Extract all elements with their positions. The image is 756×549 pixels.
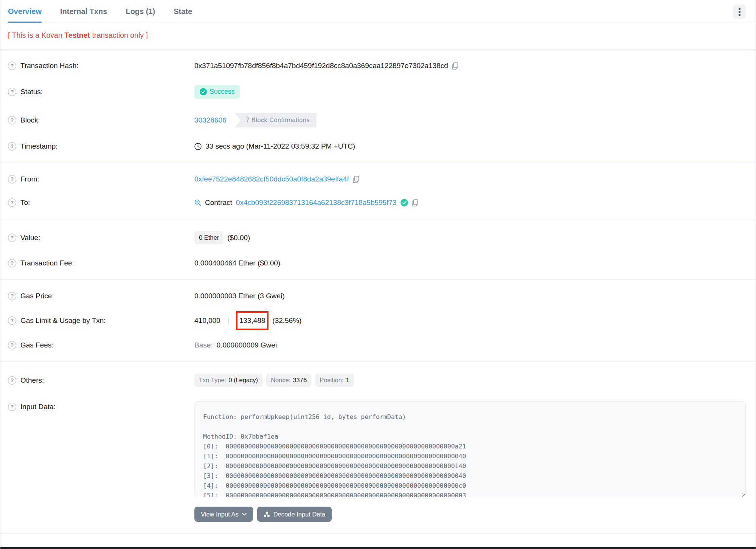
section-others-input: ? Others: Txn Type:0 (Legacy) Nonce:3376… — [0, 362, 756, 534]
to-label: To: — [20, 199, 30, 207]
bottom-edge-bar — [0, 547, 756, 549]
help-icon[interactable]: ? — [8, 116, 16, 124]
input-data-label: Input Data: — [20, 403, 56, 411]
footer-spacer — [0, 534, 756, 547]
tab-state[interactable]: State — [174, 0, 192, 23]
timestamp-label: Timestamp: — [20, 142, 58, 150]
help-icon[interactable]: ? — [8, 88, 16, 96]
help-icon[interactable]: ? — [8, 376, 16, 385]
input-data-label-group: ? Input Data: — [8, 401, 194, 411]
value-label-group: ? Value: — [8, 234, 194, 242]
status-badge: Success — [194, 85, 240, 99]
verified-contract-icon — [401, 199, 408, 206]
copy-icon — [452, 62, 458, 70]
help-icon[interactable]: ? — [8, 142, 16, 150]
tab-bar: Overview Internal Txns Logs (1) State — [0, 0, 756, 23]
transaction-hash-label-group: ? Transaction Hash: — [8, 62, 194, 70]
section-overview-top: ? Transaction Hash: 0x371a51097fb78df856… — [0, 50, 756, 163]
position-badge: Position:1 — [315, 374, 354, 387]
gas-limit-label-group: ? Gas Limit & Usage by Txn: — [8, 316, 194, 325]
view-input-as-button[interactable]: View Input As — [194, 507, 253, 522]
from-label-group: ? From: — [8, 175, 194, 183]
clock-icon — [194, 143, 202, 150]
row-value: ? Value: 0 Ether ($0.00) — [8, 224, 746, 251]
gas-price-label-group: ? Gas Price: — [8, 292, 194, 300]
row-transaction-fee: ? Transaction Fee: 0.000400464 Ether ($0… — [8, 251, 746, 275]
transaction-fee-value: 0.000400464 Ether ($0.00) — [194, 259, 280, 267]
kebab-menu-icon — [739, 8, 740, 16]
timestamp-label-group: ? Timestamp: — [8, 142, 194, 150]
chevron-down-icon — [242, 513, 247, 516]
help-icon[interactable]: ? — [8, 259, 16, 267]
value-usd: ($0.00) — [227, 234, 250, 242]
from-label: From: — [20, 175, 39, 183]
row-block: ? Block: 30328606 7 Block Confirmations — [8, 106, 746, 135]
copy-icon — [412, 199, 418, 206]
gas-price-value: 0.000000003 Ether (3 Gwei) — [194, 292, 285, 300]
help-icon[interactable]: ? — [8, 316, 16, 325]
row-timestamp: ? Timestamp: 33 secs ago (Mar-11-2022 03… — [8, 135, 746, 158]
block-number-link[interactable]: 30328606 — [194, 116, 227, 124]
row-gas-fees: ? Gas Fees: Base: 0.000000009 Gwei — [8, 333, 746, 357]
nonce-badge: Nonce:3376 — [266, 374, 311, 387]
help-icon[interactable]: ? — [8, 62, 16, 70]
gas-limit-label: Gas Limit & Usage by Txn: — [20, 316, 106, 325]
help-icon[interactable]: ? — [8, 292, 16, 300]
row-status: ? Status: Success — [8, 78, 746, 106]
section-gas: ? Gas Price: 0.000000003 Ether (3 Gwei) … — [0, 280, 756, 362]
transaction-hash-label: Transaction Hash: — [20, 62, 78, 70]
others-label-group: ? Others: — [8, 376, 194, 385]
status-label: Status: — [20, 88, 43, 96]
gas-limit-value: 410,000 — [194, 316, 220, 325]
from-address-link[interactable]: 0xfee7522e8482682cf50ddc50a0f8da2a39effa… — [194, 175, 349, 183]
copy-icon — [353, 176, 359, 183]
copy-to-address-button[interactable] — [412, 199, 418, 206]
gas-fees-label: Gas Fees: — [20, 341, 54, 349]
row-to: ? To: Contract 0x4cb093f226983713164a621… — [8, 191, 746, 214]
help-icon[interactable]: ? — [8, 341, 16, 349]
more-options-button[interactable] — [733, 5, 746, 19]
copy-from-address-button[interactable] — [353, 176, 359, 183]
section-addresses: ? From: 0xfee7522e8482682cf50ddc50a0f8da… — [0, 163, 756, 219]
transaction-fee-label-group: ? Transaction Fee: — [8, 259, 194, 267]
ether-value-badge: 0 Ether — [194, 231, 224, 244]
status-label-group: ? Status: — [8, 88, 194, 96]
block-label-group: ? Block: — [8, 116, 194, 124]
timestamp-value: 33 secs ago (Mar-11-2022 03:59:32 PM +UT… — [205, 142, 355, 150]
help-icon[interactable]: ? — [8, 175, 16, 183]
block-confirmations-badge: 7 Block Confirmations — [235, 113, 317, 127]
help-icon[interactable]: ? — [8, 234, 16, 242]
block-label: Block: — [20, 116, 40, 124]
tab-internal-txns[interactable]: Internal Txns — [60, 0, 107, 23]
help-icon[interactable]: ? — [8, 199, 16, 207]
row-gas-price: ? Gas Price: 0.000000003 Ether (3 Gwei) — [8, 284, 746, 308]
testnet-warning: [ This is a Kovan Testnet transaction on… — [8, 31, 148, 39]
row-transaction-hash: ? Transaction Hash: 0x371a51097fb78df856… — [8, 54, 746, 78]
input-data-actions: View Input As Decode Input Data — [194, 507, 746, 522]
row-others: ? Others: Txn Type:0 (Legacy) Nonce:3376… — [8, 366, 746, 394]
input-data-textarea[interactable]: Function: performUpkeep(uint256 id, byte… — [194, 401, 746, 497]
gas-fees-label-group: ? Gas Fees: — [8, 341, 194, 349]
to-address-link[interactable]: 0x4cb093f226983713164a62138c3f718a5b595f… — [236, 199, 397, 207]
gas-price-label: Gas Price: — [20, 292, 54, 300]
section-value-fee: ? Value: 0 Ether ($0.00) ? Transaction F… — [0, 219, 756, 280]
gas-limit-separator: | — [224, 316, 232, 325]
status-value: Success — [210, 88, 234, 96]
success-check-icon — [200, 88, 207, 95]
others-label: Others: — [20, 376, 44, 385]
tab-overview[interactable]: Overview — [8, 0, 42, 23]
txn-type-badge: Txn Type:0 (Legacy) — [194, 374, 262, 387]
row-gas-limit-usage: ? Gas Limit & Usage by Txn: 410,000 | 13… — [8, 308, 746, 333]
gas-used-value: 133,488 — [239, 316, 265, 324]
gas-fees-base-value: 0.000000009 Gwei — [217, 341, 277, 349]
help-icon[interactable]: ? — [8, 403, 16, 411]
annotation-highlight-box: 133,488 — [236, 311, 269, 330]
row-input-data: ? Input Data: Function: performUpkeep(ui… — [8, 394, 746, 529]
transaction-hash-value: 0x371a51097fb78df856f8b4a7bd459f192d8cc8… — [194, 62, 448, 70]
zoom-in-icon[interactable] — [194, 199, 201, 206]
tab-logs[interactable]: Logs (1) — [126, 0, 155, 23]
copy-hash-button[interactable] — [452, 62, 458, 70]
decode-input-data-button[interactable]: Decode Input Data — [257, 507, 332, 522]
to-label-group: ? To: — [8, 199, 194, 207]
to-contract-word: Contract — [205, 199, 232, 207]
